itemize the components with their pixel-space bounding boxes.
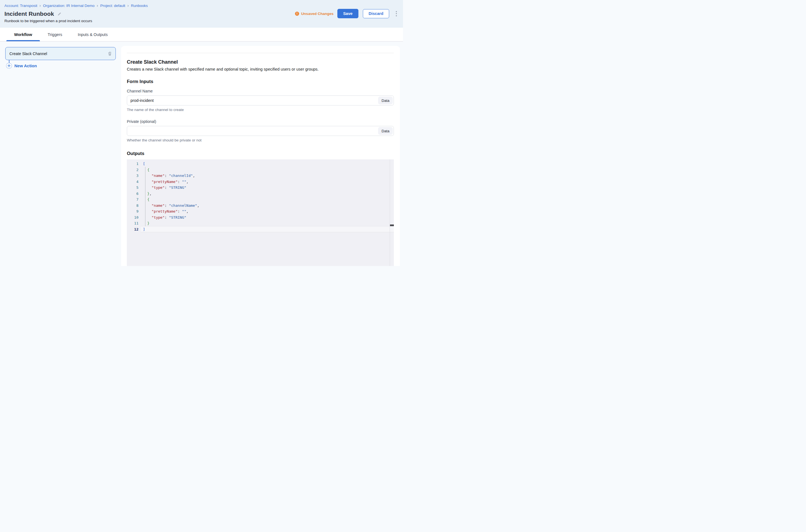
code-text: "type": "STRING" bbox=[143, 214, 186, 221]
chevron-right-icon: › bbox=[97, 3, 98, 8]
plus-icon bbox=[6, 63, 12, 69]
code-text: { bbox=[143, 167, 149, 173]
code-text: { bbox=[143, 196, 149, 203]
editor-scrollbar-track bbox=[390, 159, 390, 266]
page-subtitle: Runbook to be triggered when a prod inci… bbox=[4, 19, 399, 23]
unsaved-changes-label: Unsaved Changes bbox=[301, 12, 333, 16]
code-text: "name": "channelId", bbox=[143, 173, 195, 179]
line-number: 8 bbox=[127, 203, 143, 209]
private-data-button[interactable]: Data bbox=[378, 127, 393, 135]
delete-action-button[interactable] bbox=[108, 51, 112, 56]
chevron-right-icon: › bbox=[127, 3, 129, 8]
breadcrumb: Account: Transposit › Organization: IR I… bbox=[4, 3, 399, 8]
edit-title-button[interactable] bbox=[57, 12, 61, 16]
outputs-code-editor[interactable]: 1[2 {3 "name": "channelId",4 "prettyName… bbox=[127, 159, 394, 266]
code-text: "prettyName": "", bbox=[143, 179, 188, 185]
kebab-menu-icon[interactable] bbox=[394, 10, 399, 18]
code-lines: 1[2 {3 "name": "channelId",4 "prettyName… bbox=[127, 159, 394, 232]
code-line-10[interactable]: 10 "type": "STRING" bbox=[127, 214, 394, 221]
form-inputs-heading: Form Inputs bbox=[127, 79, 394, 84]
code-text: [ bbox=[143, 161, 145, 167]
action-detail-description: Creates a new Slack channel with specifi… bbox=[127, 67, 394, 71]
code-line-12[interactable]: 12] bbox=[127, 226, 394, 232]
code-line-8[interactable]: 8 "name": "channelName", bbox=[127, 203, 394, 209]
tab-workflow[interactable]: Workflow bbox=[6, 28, 40, 41]
tab-triggers[interactable]: Triggers bbox=[40, 28, 70, 41]
code-text: "name": "channelName", bbox=[143, 203, 199, 209]
page-header: Account: Transposit › Organization: IR I… bbox=[0, 0, 403, 28]
trash-icon bbox=[108, 51, 112, 56]
private-label: Private (optional) bbox=[127, 119, 394, 124]
code-line-5[interactable]: 5 "type": "STRING" bbox=[127, 185, 394, 191]
line-number: 3 bbox=[127, 173, 143, 179]
line-number: 5 bbox=[127, 185, 143, 191]
breadcrumb-project-link[interactable]: Project: default bbox=[100, 4, 125, 8]
line-number: 2 bbox=[127, 167, 143, 173]
code-text: ] bbox=[143, 226, 145, 232]
outputs-heading: Outputs bbox=[127, 151, 394, 156]
action-detail-panel: Create Slack Channel Creates a new Slack… bbox=[121, 46, 400, 266]
action-detail-title: Create Slack Channel bbox=[127, 59, 394, 65]
workflow-action-list: Create Slack Channel New Action bbox=[0, 41, 121, 266]
channel-name-label: Channel Name bbox=[127, 89, 394, 93]
line-number: 7 bbox=[127, 196, 143, 203]
line-number: 11 bbox=[127, 220, 143, 226]
chevron-right-icon: › bbox=[40, 3, 41, 8]
line-number: 1 bbox=[127, 161, 143, 167]
code-line-2[interactable]: 2 { bbox=[127, 167, 394, 173]
tab-inputs-outputs[interactable]: Inputs & Outputs bbox=[70, 28, 115, 41]
private-helper: Whether the channel should be private or… bbox=[127, 138, 394, 142]
pencil-icon bbox=[57, 12, 61, 16]
line-number: 4 bbox=[127, 179, 143, 185]
channel-name-helper: The name of the channel to create bbox=[127, 108, 394, 112]
channel-name-data-button[interactable]: Data bbox=[378, 97, 393, 104]
action-card-label: Create Slack Channel bbox=[10, 52, 47, 56]
breadcrumb-organization-link[interactable]: Organization: IR Internal Demo bbox=[43, 4, 94, 8]
panel-divider bbox=[127, 53, 394, 53]
code-line-4[interactable]: 4 "prettyName": "", bbox=[127, 179, 394, 185]
breadcrumb-runbooks-link[interactable]: Runbooks bbox=[131, 4, 148, 8]
code-line-6[interactable]: 6 }, bbox=[127, 191, 394, 197]
code-text: "type": "STRING" bbox=[143, 185, 186, 191]
code-line-9[interactable]: 9 "prettyName": "", bbox=[127, 208, 394, 214]
warning-icon: ! bbox=[295, 12, 299, 16]
code-line-1[interactable]: 1[ bbox=[127, 161, 394, 167]
code-line-7[interactable]: 7 { bbox=[127, 196, 394, 203]
code-text: } bbox=[143, 220, 149, 226]
workflow-connector-line bbox=[9, 60, 10, 63]
code-line-3[interactable]: 3 "name": "channelId", bbox=[127, 173, 394, 179]
channel-name-input[interactable] bbox=[127, 95, 394, 106]
breadcrumb-account-link[interactable]: Account: Transposit bbox=[4, 4, 37, 8]
new-action-label: New Action bbox=[14, 63, 37, 68]
code-line-11[interactable]: 11 } bbox=[127, 220, 394, 226]
unsaved-changes-badge: ! Unsaved Changes bbox=[295, 12, 333, 16]
action-card-create-slack-channel[interactable]: Create Slack Channel bbox=[5, 47, 116, 60]
save-button[interactable]: Save bbox=[337, 9, 359, 18]
tab-bar: Workflow Triggers Inputs & Outputs bbox=[0, 28, 403, 41]
private-input[interactable] bbox=[127, 126, 394, 136]
line-number: 9 bbox=[127, 208, 143, 214]
code-text: }, bbox=[143, 191, 151, 197]
line-number: 6 bbox=[127, 191, 143, 197]
new-action-button[interactable]: New Action bbox=[6, 63, 121, 69]
line-number: 12 bbox=[127, 226, 143, 232]
code-text: "prettyName": "", bbox=[143, 208, 188, 214]
page-title: Incident Runbook bbox=[4, 11, 54, 17]
discard-button[interactable]: Discard bbox=[363, 9, 389, 18]
editor-scrollbar-thumb[interactable] bbox=[390, 225, 394, 226]
line-number: 10 bbox=[127, 214, 143, 221]
